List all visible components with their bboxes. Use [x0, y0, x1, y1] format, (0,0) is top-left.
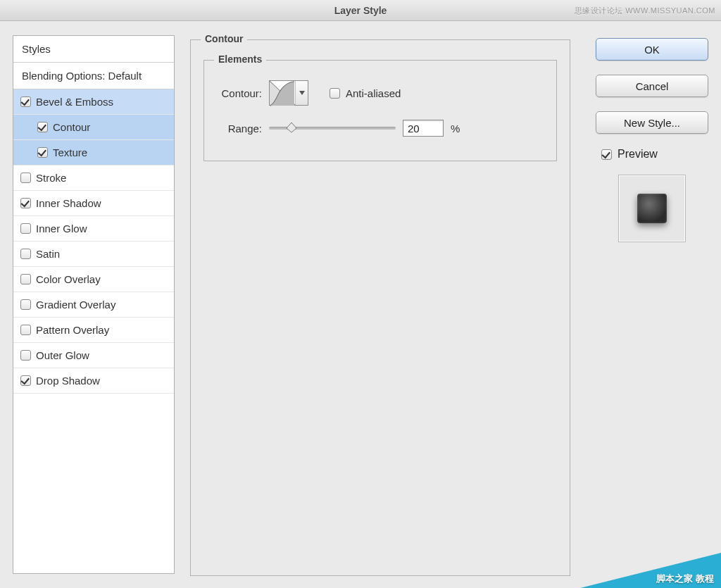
range-unit: %	[451, 123, 460, 135]
ok-button[interactable]: OK	[596, 38, 708, 61]
chevron-down-icon	[299, 91, 305, 95]
style-checkbox[interactable]	[37, 147, 48, 158]
contour-curve-icon	[270, 81, 295, 105]
style-item-pattern-overlay[interactable]: Pattern Overlay	[13, 318, 174, 343]
style-item-label: Bevel & Emboss	[36, 96, 113, 108]
window-title: Layer Style	[334, 5, 387, 16]
style-item-label: Texture	[53, 146, 87, 158]
dialog-body: Styles Blending Options: Default Bevel &…	[0, 21, 721, 588]
style-item-label: Outer Glow	[36, 349, 89, 361]
style-checkbox[interactable]	[20, 223, 31, 234]
titlebar: Layer Style 思缘设计论坛 WWW.MISSYUAN.COM	[0, 0, 721, 21]
anti-aliased-checkbox[interactable]	[330, 88, 340, 99]
style-item-inner-glow[interactable]: Inner Glow	[13, 216, 174, 242]
range-row: Range: %	[213, 120, 544, 137]
new-style-button[interactable]: New Style...	[596, 111, 708, 134]
elements-group-legend: Elements	[214, 54, 266, 65]
cancel-button[interactable]: Cancel	[596, 75, 708, 97]
range-label: Range:	[213, 123, 262, 135]
style-checkbox[interactable]	[20, 325, 31, 335]
style-item-outer-glow[interactable]: Outer Glow	[13, 343, 174, 368]
style-item-satin[interactable]: Satin	[13, 242, 174, 267]
preview-label: Preview	[617, 148, 658, 161]
style-item-contour[interactable]: Contour	[13, 115, 174, 140]
svg-marker-0	[287, 123, 296, 132]
contour-group: Contour Elements Contour: Anti-aliased	[190, 39, 570, 576]
style-checkbox[interactable]	[20, 274, 31, 284]
style-item-label: Gradient Overlay	[36, 299, 115, 311]
style-item-label: Stroke	[36, 172, 66, 184]
style-checkbox[interactable]	[20, 375, 31, 386]
style-item-label: Contour	[53, 121, 90, 133]
contour-dropdown-button[interactable]	[295, 81, 308, 105]
settings-panel: Contour Elements Contour: Anti-aliased	[190, 35, 580, 574]
style-checkbox[interactable]	[20, 249, 31, 259]
style-checkbox[interactable]	[20, 299, 31, 310]
contour-picker[interactable]	[269, 80, 308, 106]
style-item-texture[interactable]: Texture	[13, 140, 174, 165]
range-slider[interactable]	[269, 122, 396, 135]
preview-toggle[interactable]: Preview	[596, 148, 708, 161]
blending-options-header[interactable]: Blending Options: Default	[13, 63, 174, 89]
style-item-color-overlay[interactable]: Color Overlay	[13, 267, 174, 292]
style-item-drop-shadow[interactable]: Drop Shadow	[13, 368, 174, 394]
style-item-label: Inner Glow	[36, 223, 87, 234]
style-checkbox[interactable]	[20, 350, 31, 361]
preview-checkbox[interactable]	[601, 149, 612, 160]
range-input[interactable]	[403, 120, 444, 137]
anti-aliased-label: Anti-aliased	[346, 87, 401, 99]
contour-group-legend: Contour	[201, 33, 247, 44]
styles-panel: Styles Blending Options: Default Bevel &…	[13, 35, 175, 574]
style-item-label: Drop Shadow	[36, 375, 100, 387]
actions-panel: OK Cancel New Style... Preview	[596, 35, 708, 574]
contour-label: Contour:	[213, 87, 262, 99]
watermark-top: 思缘设计论坛 WWW.MISSYUAN.COM	[575, 0, 715, 21]
anti-aliased-group[interactable]: Anti-aliased	[330, 87, 401, 99]
slider-thumb[interactable]	[287, 123, 296, 132]
style-item-label: Pattern Overlay	[36, 324, 109, 336]
style-item-label: Satin	[36, 248, 60, 260]
style-item-bevel-emboss[interactable]: Bevel & Emboss	[13, 89, 174, 115]
preview-box	[618, 175, 686, 242]
style-item-inner-shadow[interactable]: Inner Shadow	[13, 191, 174, 216]
style-checkbox[interactable]	[20, 96, 31, 107]
contour-row: Contour: Anti-aliased	[213, 80, 544, 106]
style-checkbox[interactable]	[20, 173, 31, 183]
preview-swatch	[637, 194, 667, 223]
style-checkbox[interactable]	[37, 122, 48, 132]
style-checkbox[interactable]	[20, 198, 31, 208]
style-item-label: Color Overlay	[36, 273, 101, 285]
styles-header[interactable]: Styles	[13, 36, 174, 63]
elements-group: Elements Contour: Anti-aliased	[203, 60, 557, 161]
style-item-gradient-overlay[interactable]: Gradient Overlay	[13, 292, 174, 318]
style-item-stroke[interactable]: Stroke	[13, 165, 174, 191]
style-item-label: Inner Shadow	[36, 197, 101, 209]
